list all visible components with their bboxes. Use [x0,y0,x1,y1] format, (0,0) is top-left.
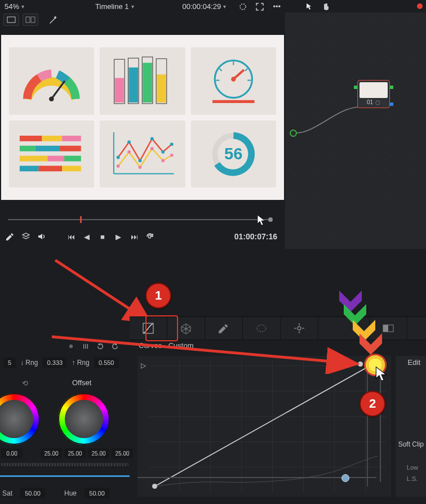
dual-view-button[interactable] [23,14,38,26]
expand-icon[interactable] [255,2,264,11]
offset-wheel-handle[interactable] [82,417,86,421]
svg-line-71 [52,337,357,364]
color-wheel-partial[interactable] [0,390,44,449]
reset-offset-icon[interactable]: ⟲ [20,378,29,387]
offset-color-wheel[interactable] [54,390,114,449]
timeline-scrubber[interactable] [8,217,273,222]
timecode-value: 00:00:04:29 [183,2,221,11]
svg-rect-25 [62,136,81,141]
offset-r-value: 25.00 [68,451,82,457]
donut-value: 56 [224,145,242,163]
offset-r-field[interactable]: 25.00 [64,448,86,458]
color-node[interactable]: 01 ◌ [357,80,390,108]
hue-field[interactable]: 50.00 [85,488,109,499]
node-badge-icon: ◌ [375,99,380,105]
pointer-tool-icon[interactable] [305,2,314,11]
offset-b-field[interactable]: 25.00 [112,448,133,458]
preview-gauge-card [9,47,94,115]
record-indicator [417,3,423,9]
y-lift-slider[interactable] [1,463,128,466]
svg-point-0 [240,4,246,10]
svg-rect-3 [31,17,35,23]
offset-y-value: 25.00 [44,451,58,457]
chevron-down-icon: ▾ [131,3,134,10]
curve-h-slider[interactable] [137,474,376,481]
annotation-marker-2-label: 2 [369,396,376,411]
svg-point-48 [170,153,174,157]
mouse-cursor-icon [257,215,266,228]
layers-icon[interactable] [21,232,30,241]
offset-y-field[interactable]: 25.00 [41,448,62,458]
svg-point-47 [161,159,165,162]
svg-line-50 [55,260,150,322]
image-wipe-icon[interactable] [238,2,247,11]
offset-b-value: 25.00 [115,451,129,457]
softclip-low-label: Low [407,462,418,473]
stop-icon[interactable]: ■ [98,232,107,241]
svg-rect-26 [20,145,36,151]
sizing-tab[interactable] [407,317,420,340]
sat-field[interactable]: 50.00 [20,488,45,499]
svg-rect-10 [143,63,152,102]
svg-point-5 [49,97,54,102]
node-alpha-connector[interactable] [390,102,393,106]
svg-rect-27 [36,145,60,151]
scrubber-track [8,219,270,220]
param-box-1[interactable]: 5 [3,357,16,368]
step-back-icon[interactable]: ◀ [82,232,91,241]
curve-edit-label[interactable]: Edit [408,358,420,367]
range-down-label: ↓ Rng [20,359,38,367]
more-icon[interactable]: ••• [272,2,281,11]
node-graph-panel[interactable]: 01 ◌ [285,12,426,249]
preview-linechart-card [100,121,185,188]
zoom-dropdown[interactable]: 54% ▾ [0,0,29,13]
svg-point-46 [150,147,154,150]
node-output-connector[interactable] [390,86,393,89]
svg-point-43 [116,164,119,168]
svg-rect-23 [20,136,42,141]
svg-point-45 [138,166,141,169]
node-input-dot[interactable] [290,130,297,137]
curve-line[interactable] [154,366,378,487]
single-view-button[interactable] [3,14,19,26]
offset-single-field[interactable]: 0.00 [1,448,23,458]
curve-point-black[interactable] [152,484,157,489]
play-icon[interactable]: ▶ [114,232,123,241]
svg-point-37 [116,155,119,159]
node-input-connector[interactable] [354,86,357,89]
hand-tool-icon[interactable] [322,2,331,11]
zoom-value: 54% [5,2,19,11]
annotation-marker-1-label: 1 [155,288,162,303]
hue-label: Hue [64,489,77,497]
chevron-down-icon: ▾ [21,3,24,10]
svg-rect-6 [114,78,124,102]
offset-g-field[interactable]: 25.00 [88,448,109,458]
curve-h-slider-knob[interactable] [341,474,349,482]
svg-rect-12 [157,74,166,102]
mute-icon[interactable] [37,232,46,241]
magic-wand-icon[interactable] [48,15,57,24]
svg-rect-8 [128,68,138,102]
svg-line-17 [219,69,221,71]
annotation-marker-1: 1 [145,283,171,309]
svg-rect-2 [26,17,30,23]
svg-rect-31 [64,155,81,161]
svg-rect-22 [212,100,255,103]
loop-icon[interactable] [145,232,154,241]
scrubber-end-marker [268,217,273,222]
mouse-cursor-icon [375,366,388,383]
timecode-dropdown[interactable]: 00:00:04:29 ▾ [178,0,231,13]
svg-rect-1 [7,17,15,23]
param-box-1-value: 5 [8,359,11,366]
skip-start-icon[interactable]: ⏮ [66,232,76,241]
skip-end-icon[interactable]: ⏭ [130,232,139,241]
preview-bars-card [100,47,185,115]
duration-timecode: 01:00:07:16 [234,232,277,241]
master-slider[interactable] [0,473,130,479]
node-thumbnail [360,82,388,98]
offset-g-value: 25.00 [91,451,105,457]
playhead[interactable] [80,216,82,223]
eyedropper-icon[interactable] [6,232,15,241]
annotation-chevron-burst [316,285,394,364]
timeline-dropdown[interactable]: Timeline 1 ▾ [91,0,138,13]
